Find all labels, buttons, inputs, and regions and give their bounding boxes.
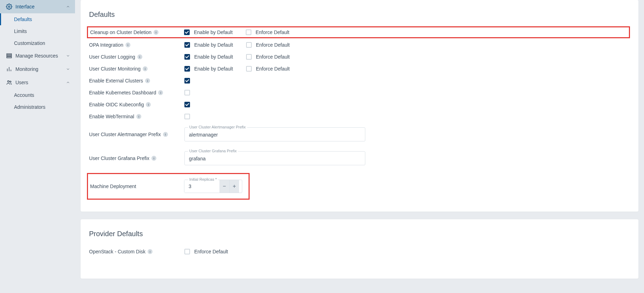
info-icon[interactable]: i [137, 54, 142, 59]
label-openstack: OpenStack - Custom Disk [89, 249, 145, 254]
info-icon[interactable]: i [154, 30, 158, 35]
info-icon[interactable]: i [151, 156, 156, 161]
resources-icon [5, 53, 13, 59]
checkbox-cleanup-enable[interactable] [184, 29, 190, 35]
nav-monitoring-label: Monitoring [15, 66, 66, 72]
nav-manage-resources-label: Manage Resources [15, 53, 66, 59]
provider-defaults-heading: Provider Defaults [89, 230, 630, 238]
row-external: Enable External Clusters i [89, 75, 630, 87]
nav-limits[interactable]: Limits [0, 25, 75, 37]
row-oidc: Enable OIDC Kubeconfig i [89, 99, 630, 111]
input-grafana[interactable] [184, 151, 365, 165]
row-machine-deployment: Machine Deployment Initial Replicas * − … [87, 173, 250, 200]
label-logging: User Cluster Logging [89, 54, 135, 60]
svg-rect-2 [7, 55, 12, 56]
svg-point-0 [8, 6, 10, 8]
info-icon[interactable]: i [145, 78, 150, 83]
label-machine: Machine Deployment [90, 184, 136, 189]
row-logging: User Cluster Logging i Enable by Default… [89, 51, 630, 63]
label-kdash: Enable Kubernetes Dashboard [89, 90, 156, 95]
row-openstack: OpenStack - Custom Disk i Enforce Defaul… [89, 246, 630, 258]
nav-interface[interactable]: Interface [0, 0, 75, 13]
field-alertmanager: User Cluster Alertmanager Prefix [184, 127, 365, 141]
stepper-replicas: Initial Replicas * − + [184, 180, 242, 193]
info-icon[interactable]: i [126, 42, 130, 47]
info-icon[interactable]: i [158, 90, 163, 95]
defaults-heading: Defaults [89, 11, 630, 19]
row-monitoring: User Cluster Monitoring i Enable by Defa… [89, 63, 630, 75]
label-alertmanager: User Cluster Alertmanager Prefix [89, 132, 161, 137]
nav-customization[interactable]: Customization [0, 37, 75, 49]
nav-accounts[interactable]: Accounts [0, 89, 75, 101]
field-grafana-label: User Cluster Grafana Prefix [188, 149, 238, 153]
info-icon[interactable]: i [148, 249, 152, 254]
label-external: Enable External Clusters [89, 78, 143, 84]
checkbox-oidc[interactable] [184, 102, 190, 107]
nav-defaults[interactable]: Defaults [0, 13, 75, 25]
row-alertmanager: User Cluster Alertmanager Prefix i User … [89, 127, 630, 141]
label-enforce: Enforce Default [256, 29, 290, 35]
field-alertmanager-label: User Cluster Alertmanager Prefix [188, 125, 247, 129]
chevron-down-icon [66, 54, 70, 58]
input-alertmanager[interactable] [184, 127, 365, 141]
stepper-label: Initial Replicas * [188, 177, 218, 181]
nav-administrators[interactable]: Administrators [0, 101, 75, 113]
label-oidc: Enable OIDC Kubeconfig [89, 102, 144, 107]
checkbox-webterm[interactable] [184, 114, 190, 119]
stepper-increment[interactable]: + [229, 180, 239, 193]
label-opa: OPA Integration [89, 42, 123, 48]
provider-defaults-card: Provider Defaults OpenStack - Custom Dis… [81, 219, 638, 279]
nav-monitoring[interactable]: Monitoring [0, 62, 75, 76]
svg-rect-3 [7, 57, 12, 58]
row-cleanup: Cleanup on Cluster Deletion i Enable by … [87, 26, 630, 38]
checkbox-external[interactable] [184, 78, 190, 84]
nav-interface-label: Interface [15, 4, 66, 9]
svg-point-8 [10, 81, 11, 82]
chevron-down-icon [66, 67, 70, 71]
checkbox-logging-enable[interactable] [184, 54, 190, 60]
users-icon [5, 79, 13, 86]
checkbox-kdash[interactable] [184, 90, 190, 95]
info-icon[interactable]: i [136, 114, 141, 119]
row-kdash: Enable Kubernetes Dashboard i [89, 87, 630, 99]
bar-chart-icon [5, 66, 13, 72]
chevron-up-icon [66, 5, 70, 9]
chevron-up-icon [66, 80, 70, 85]
checkbox-openstack-enforce[interactable] [184, 249, 190, 254]
label-webterm: Enable WebTerminal [89, 114, 134, 119]
defaults-card: Defaults Cleanup on Cluster Deletion i E… [81, 0, 638, 212]
checkbox-monitoring-enable[interactable] [184, 66, 190, 72]
input-replicas[interactable] [184, 180, 219, 193]
label-monitoring: User Cluster Monitoring [89, 66, 141, 72]
svg-rect-1 [7, 54, 12, 55]
checkbox-opa-enable[interactable] [184, 42, 190, 48]
main-content: Defaults Cleanup on Cluster Deletion i E… [75, 0, 644, 293]
label-grafana: User Cluster Grafana Prefix [89, 155, 149, 161]
nav-users-label: Users [15, 80, 66, 85]
info-icon[interactable]: i [143, 66, 148, 71]
gear-icon [5, 4, 13, 10]
checkbox-cleanup-enforce[interactable] [246, 29, 251, 35]
label-enable: Enable by Default [194, 29, 233, 35]
info-icon[interactable]: i [146, 102, 151, 107]
nav-manage-resources[interactable]: Manage Resources [0, 49, 75, 62]
row-grafana: User Cluster Grafana Prefix i User Clust… [89, 151, 630, 165]
info-icon[interactable]: i [163, 132, 168, 137]
checkbox-monitoring-enforce[interactable] [246, 66, 252, 72]
checkbox-logging-enforce[interactable] [246, 54, 252, 60]
checkbox-opa-enforce[interactable] [246, 42, 252, 48]
label-cleanup: Cleanup on Cluster Deletion [90, 29, 151, 35]
stepper-decrement[interactable]: − [219, 180, 229, 193]
svg-point-7 [8, 81, 9, 82]
row-webterm: Enable WebTerminal i [89, 111, 630, 122]
nav-users[interactable]: Users [0, 76, 75, 89]
field-grafana: User Cluster Grafana Prefix [184, 151, 365, 165]
sidebar: Interface Defaults Limits Customization … [0, 0, 75, 293]
row-opa: OPA Integration i Enable by Default Enfo… [89, 39, 630, 51]
